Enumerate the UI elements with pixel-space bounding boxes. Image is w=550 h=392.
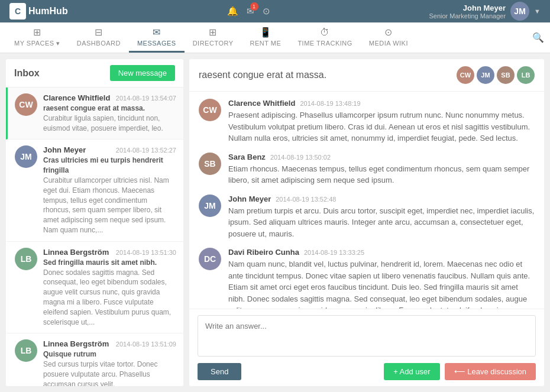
bell-icon[interactable]: 🔔 [227,6,238,17]
participant-avatar: CW [457,66,474,84]
nav-item-media-wiki[interactable]: ⊙ MEDIA WIKI [361,22,416,53]
chat-message: JM John Meyer 2014-08-19 13:52:48 Nam pr… [199,195,535,240]
sender-name: Clarence Whitfield [43,93,110,102]
chat-message: DC Davi Ribeiro Cunha 2014-08-19 13:33:2… [199,248,535,309]
nav-label-media-wiki: MEDIA WIKI [369,40,408,47]
add-user-button[interactable]: + Add user [384,363,440,380]
clock-icon[interactable]: ⊙ [263,6,270,17]
app-name: HumHub [28,6,68,17]
avatar: CW [15,93,37,116]
message-content: Linnea Bergström 2014-08-19 13:51:30 Sed… [43,248,176,328]
rent-me-icon: 📱 [260,27,272,38]
envelope-icon[interactable]: ✉ 1 [247,6,254,17]
user-title: Senior Marketing Manager [429,12,506,20]
message-text: Nam quam nunc, blandit vel, luctus pulvi… [228,258,535,309]
sidebar-title: Inbox [14,68,40,79]
nav-label-my-spaces: MY SPACES ▾ [14,40,60,47]
message-text: Etiam rhoncus. Maecenas tempus, tellus e… [228,163,535,186]
message-time: 2014-08-19 13:50:02 [270,154,331,161]
directory-icon: ⊞ [209,27,217,38]
nav-items: ⊞ MY SPACES ▾ ⊟ DASHBOARD ✉ MESSAGES ⊞ D… [6,22,416,53]
chat-header: raesent congue erat at massa. CW JM SB L… [189,59,544,92]
message-list: CW Clarence Whitfield 2014-08-19 13:54:0… [6,88,183,386]
nav-item-dashboard[interactable]: ⊟ DASHBOARD [69,22,129,53]
reply-textarea[interactable] [198,315,536,357]
message-text: Nam pretium turpis et arcu. Duis arcu to… [228,205,535,240]
message-time: 2014-08-19 13:54:07 [116,95,176,102]
message-time: 2014-08-19 13:33:25 [304,249,364,256]
user-profile[interactable]: John Meyer Senior Marketing Manager JM ▼ [429,2,541,21]
message-body: Davi Ribeiro Cunha 2014-08-19 13:33:25 N… [228,248,535,309]
send-button[interactable]: Send [198,363,241,380]
nav-item-directory[interactable]: ⊞ DIRECTORY [185,22,242,53]
message-content: Linnea Bergström 2014-08-19 13:51:09 Qui… [43,339,176,386]
user-info: John Meyer Senior Marketing Manager [429,4,506,20]
action-group: + Add user ⟵ Leave discussion [384,363,536,380]
my-spaces-icon: ⊞ [33,27,41,38]
participant-avatar: LB [517,66,535,84]
participant-avatar: JM [477,66,494,84]
message-time: 2014-08-19 13:52:27 [116,147,176,154]
main-layout: Inbox New message CW Clarence Whitfield … [0,53,550,392]
avatar: SB [199,153,221,175]
message-header: John Meyer 2014-08-19 13:52:27 [43,145,176,154]
nav-item-time-tracking[interactable]: ⏱ TIME TRACKING [289,22,360,53]
message-preview: Sed fringilla mauris sit amet nibh. Done… [43,258,176,328]
message-body: Clarence Whitfield 2014-08-19 13:48:19 P… [228,99,535,144]
app-logo[interactable]: C HumHub [9,3,68,20]
inbox-sidebar: Inbox New message CW Clarence Whitfield … [6,59,183,386]
message-header: Sara Benz 2014-08-19 13:50:02 [228,153,535,161]
leave-discussion-button[interactable]: ⟵ Leave discussion [445,363,536,380]
message-time: 2014-08-19 13:51:30 [116,249,176,256]
message-header: Linnea Bergström 2014-08-19 13:51:09 [43,339,176,348]
message-time: 2014-08-19 13:48:19 [300,100,360,107]
avatar: CW [199,99,221,121]
message-header: John Meyer 2014-08-19 13:52:48 [228,195,535,203]
media-wiki-icon: ⊙ [384,27,393,38]
message-text: Praesent adipiscing. Phasellus ullamcorp… [228,109,535,144]
logo-icon: C [9,3,26,20]
avatar: JM [199,195,221,217]
participant-avatar: SB [497,66,515,84]
messages-icon: ✉ [153,27,161,38]
top-navigation: C HumHub 🔔 ✉ 1 ⊙ John Meyer Senior Marke… [0,0,550,22]
user-name: John Meyer [429,4,506,12]
list-item[interactable]: CW Clarence Whitfield 2014-08-19 13:54:0… [6,88,183,140]
nav-label-rent-me: RENT ME [250,40,282,47]
nav-label-dashboard: DASHBOARD [77,40,121,47]
sender-name: Davi Ribeiro Cunha [228,248,299,257]
avatar: LB [15,248,37,270]
list-item[interactable]: LB Linnea Bergström 2014-08-19 13:51:09 … [6,333,183,386]
nav-label-messages: MESSAGES [137,40,176,47]
chat-participants: CW JM SB LB [457,66,535,84]
message-header: Linnea Bergström 2014-08-19 13:51:30 [43,248,176,257]
message-content: John Meyer 2014-08-19 13:52:27 Cras ultr… [43,145,176,235]
nav-item-my-spaces[interactable]: ⊞ MY SPACES ▾ [6,22,69,53]
new-message-button[interactable]: New message [110,65,175,81]
sender-name: John Meyer [228,195,271,203]
reply-area: Send + Add user ⟵ Leave discussion [189,309,544,386]
chat-message: CW Clarence Whitfield 2014-08-19 13:48:1… [199,99,535,144]
message-content: Clarence Whitfield 2014-08-19 13:54:07 r… [43,93,176,133]
message-time: 2014-08-19 13:51:09 [116,341,176,348]
nav-item-rent-me[interactable]: 📱 RENT ME [242,22,290,53]
sidebar-header: Inbox New message [6,59,183,88]
top-nav-icons: 🔔 ✉ 1 ⊙ [227,6,270,17]
nav-label-time-tracking: TIME TRACKING [297,40,352,47]
user-dropdown-icon[interactable]: ▼ [534,8,541,15]
chat-actions: Send + Add user ⟵ Leave discussion [198,363,536,380]
message-preview: Cras ultricies mi eu turpis hendrerit fr… [43,155,176,235]
sender-name: Clarence Whitfield [228,99,295,108]
search-icon[interactable]: 🔍 [532,32,544,43]
message-time: 2014-08-19 13:52:48 [276,196,336,203]
sender-name: Linnea Bergström [43,339,109,348]
list-item[interactable]: JM John Meyer 2014-08-19 13:52:27 Cras u… [6,140,183,241]
avatar: JM [510,2,529,21]
list-item[interactable]: LB Linnea Bergström 2014-08-19 13:51:30 … [6,242,183,334]
chat-title: raesent congue erat at massa. [199,70,326,80]
chat-message: SB Sara Benz 2014-08-19 13:50:02 Etiam r… [199,153,535,186]
sender-name: Linnea Bergström [43,248,109,257]
nav-item-messages[interactable]: ✉ MESSAGES [129,22,185,53]
message-preview: Quisque rutrum Sed cursus turpis vitae t… [43,349,176,386]
message-header: Clarence Whitfield 2014-08-19 13:54:07 [43,93,176,102]
